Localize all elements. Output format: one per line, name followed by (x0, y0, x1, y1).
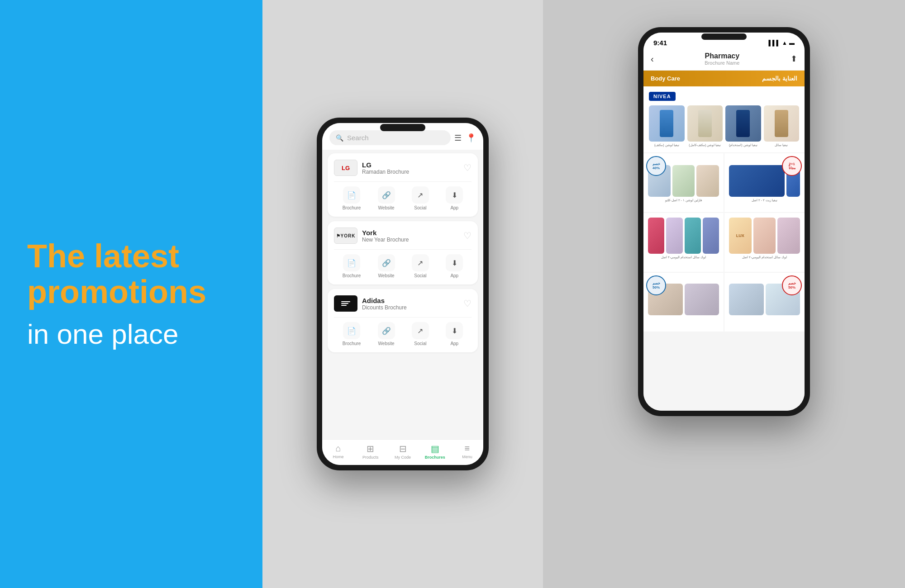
product-blue-big (729, 165, 785, 197)
york-brand-row: ⚑YORK York New Year Brochure ♡ (334, 228, 472, 244)
phone-2-notch (701, 33, 747, 40)
fifty-badge-left: خصم50% (646, 275, 666, 295)
second-product-row: لوك سائل استخدام اليومي-٢ اصل LUX لوك سا… (643, 213, 805, 272)
product-3[interactable] (725, 105, 761, 142)
york-website-btn[interactable]: 🔗 Website (378, 254, 395, 278)
adidas-stripes (341, 301, 350, 306)
lg-text: LG Ramadan Brochure (362, 161, 409, 175)
fifty-product-3 (729, 284, 764, 315)
adidas-app-btn[interactable]: ⬇ App (446, 322, 463, 346)
bottle-purple (666, 218, 682, 254)
product-4[interactable] (764, 105, 800, 142)
product-c (696, 165, 719, 197)
status-icons: ▌▌▌ ▲ ▬ (769, 40, 795, 46)
search-text: Search (347, 134, 369, 142)
fifty-pct-cell-right[interactable]: خصم50% (724, 273, 805, 332)
nav-brochures[interactable]: ▤ Brochures (419, 443, 451, 460)
center-panel: 🔍 Search ☰ 📍 LG (262, 0, 543, 588)
adidas-website-label: Website (378, 341, 395, 346)
search-input-box[interactable]: 🔍 Search (329, 130, 451, 145)
lux-row: LUX (729, 218, 800, 254)
bottom-nav: ⌂ Home ⊞ Products ⊟ My Code ▤ Brochures … (322, 439, 483, 465)
lg-website-btn[interactable]: 🔗 Website (378, 186, 395, 210)
lg-brand-name: LG (362, 161, 409, 169)
adidas-website-icon: 🔗 (378, 322, 395, 339)
nav-mycode-label: My Code (395, 455, 411, 460)
york-card[interactable]: ⚑YORK York New Year Brochure ♡ 📄 B (328, 221, 478, 285)
battery-icon: ▬ (789, 40, 795, 46)
brochure-list: LG LG Ramadan Brochure ♡ 📄 Brochur (322, 150, 483, 439)
banner-text-en: Body Care (651, 75, 680, 82)
york-heart-icon[interactable]: ♡ (463, 230, 472, 241)
york-app-btn[interactable]: ⬇ App (446, 254, 463, 278)
phone-2-screen: 9:41 ▌▌▌ ▲ ▬ ‹ Pharmacy Brochure Name ⬆ (643, 33, 805, 411)
nav-products-label: Products (362, 455, 379, 460)
headline: The latest promotions (27, 238, 235, 310)
header-title: Pharmacy (705, 52, 739, 60)
nav-menu[interactable]: ≡ Menu (451, 443, 483, 460)
bottles-desc: لوك سائل استخدام اليومي-٢ اصل (648, 256, 719, 259)
lg-social-icon: ↗ (412, 186, 429, 204)
lg-brochure-label: Brochure (343, 205, 361, 210)
york-brand-info: ⚑YORK York New Year Brochure (334, 228, 409, 244)
nav-home[interactable]: ⌂ Home (322, 443, 354, 460)
adidas-action-row: 📄 Brochure 🔗 Website ↗ Social ⬇ (334, 317, 472, 346)
nivea-labels: نيفيا لوشن (مكثف) نيفيا لوشن (مكثف-كامل)… (649, 143, 799, 147)
adidas-card[interactable]: Adidas Dicounts Brochure ♡ 📄 Brochure 🔗 (328, 289, 478, 352)
york-website-icon: 🔗 (378, 254, 395, 271)
adidas-brand-name: Adidas (362, 297, 407, 304)
location-icon[interactable]: 📍 (466, 133, 476, 143)
home-icon: ⌂ (336, 443, 341, 454)
discount-40-desc: فازلين لوشن ١ - ٢ اصل-كلثو (648, 199, 719, 202)
lg-social-btn[interactable]: ↗ Social (412, 186, 429, 210)
nav-mycode[interactable]: ⊟ My Code (386, 443, 419, 460)
search-actions: ☰ 📍 (454, 133, 476, 143)
adidas-website-btn[interactable]: 🔗 Website (378, 322, 395, 346)
adidas-social-label: Social (414, 341, 426, 346)
fifty-pct-cell-left[interactable]: خصم50% (643, 273, 724, 332)
product-2[interactable] (687, 105, 723, 142)
lg-social-label: Social (414, 205, 426, 210)
free-2plus1-cell[interactable]: 2+1مجاناً نيفيا زيت ٢ - ٢ اصل (724, 153, 805, 212)
adidas-brochure-btn[interactable]: 📄 Brochure (343, 322, 361, 346)
adidas-stripe-3 (341, 305, 347, 306)
adidas-social-btn[interactable]: ↗ Social (412, 322, 429, 346)
lux-cell[interactable]: LUX لوك سائل استخدام اليومي-٢ اصل (724, 213, 805, 272)
products-icon: ⊞ (367, 443, 374, 454)
adidas-brand-info: Adidas Dicounts Brochure (334, 295, 407, 312)
adidas-stripe-2 (341, 303, 348, 304)
discount-40-cell[interactable]: خصم40% فازلين لوشن ١ - ٢ اصل-كلثو (643, 153, 724, 212)
phone-1-notch (380, 124, 425, 131)
adidas-brand-subtitle: Dicounts Brochure (362, 304, 407, 311)
york-text: York New Year Brochure (362, 229, 409, 243)
headline-line2: promotions (27, 274, 206, 310)
lg-heart-icon[interactable]: ♡ (463, 162, 472, 173)
lg-app-btn[interactable]: ⬇ App (446, 186, 463, 210)
back-button[interactable]: ‹ (651, 54, 654, 64)
headline-line1: The latest (27, 238, 179, 274)
product-label-4: نيفيا سائل (764, 143, 800, 147)
subheadline: in one place (27, 319, 235, 350)
fifty-badge-right: خصم50% (782, 275, 802, 295)
nivea-logo: NIVEA (649, 92, 676, 101)
lg-card[interactable]: LG LG Ramadan Brochure ♡ 📄 Brochur (328, 153, 478, 217)
search-icon: 🔍 (336, 134, 343, 142)
lg-app-label: App (450, 205, 458, 210)
lg-brand-subtitle: Ramadan Brochure (362, 169, 409, 175)
free-2plus1-badge: 2+1مجاناً (782, 156, 802, 176)
york-logo: ⚑YORK (334, 228, 357, 244)
adidas-heart-icon[interactable]: ♡ (463, 298, 472, 309)
york-brand-name: York (362, 229, 409, 237)
adidas-app-label: App (450, 341, 458, 346)
share-button[interactable]: ⬆ (791, 54, 797, 64)
nav-brochures-label: Brochures (425, 455, 445, 460)
york-app-label: App (450, 273, 458, 278)
york-social-btn[interactable]: ↗ Social (412, 254, 429, 278)
bottles-cell[interactable]: لوك سائل استخدام اليومي-٢ اصل (643, 213, 724, 272)
nav-products[interactable]: ⊞ Products (354, 443, 386, 460)
menu-icon[interactable]: ☰ (454, 133, 462, 143)
york-brochure-btn[interactable]: 📄 Brochure (343, 254, 361, 278)
product-1[interactable] (649, 105, 685, 142)
product-label-1: نيفيا لوشن (مكثف) (649, 143, 685, 147)
lg-brochure-btn[interactable]: 📄 Brochure (343, 186, 361, 210)
